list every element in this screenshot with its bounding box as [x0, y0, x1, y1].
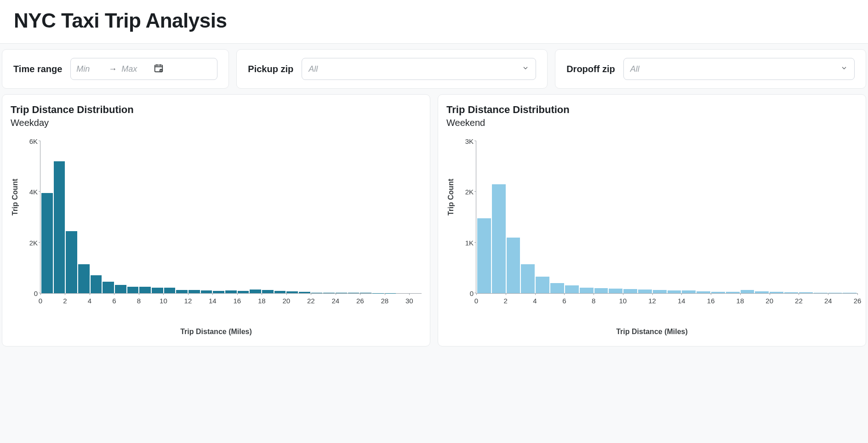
- x-axis-label: Trip Distance (Miles): [180, 328, 252, 336]
- chart-bar[interactable]: [41, 193, 53, 293]
- chart-bar[interactable]: [828, 293, 842, 293]
- chart-bar[interactable]: [201, 290, 212, 293]
- chart-bar[interactable]: [536, 277, 549, 293]
- pickup-zip-value: All: [308, 64, 318, 74]
- x-tick-label: 20: [282, 297, 290, 305]
- chart-card-weekday: Trip Distance Distribution Weekday Trip …: [2, 94, 430, 346]
- plot-inner: 01K2K3K 02468101214161820222426: [476, 141, 857, 294]
- chart-bar[interactable]: [213, 291, 224, 293]
- x-tick-label: 14: [209, 297, 217, 305]
- chart-bar[interactable]: [164, 288, 176, 293]
- chart-bar[interactable]: [250, 290, 261, 293]
- time-range-input[interactable]: →: [70, 58, 217, 80]
- chart-bar[interactable]: [653, 290, 667, 293]
- x-tick-label: 6: [562, 297, 566, 305]
- chevron-down-icon: [522, 64, 529, 74]
- x-tick-label: 10: [160, 297, 167, 305]
- x-tick-label: 20: [765, 297, 773, 305]
- time-range-label: Time range: [13, 64, 62, 74]
- y-tick-label: 1K: [453, 239, 474, 246]
- chart-bar[interactable]: [492, 184, 506, 293]
- chart-bar[interactable]: [507, 238, 520, 293]
- charts-row: Trip Distance Distribution Weekday Trip …: [0, 94, 868, 354]
- chart-bar[interactable]: [78, 264, 90, 293]
- filter-time-range: Time range →: [2, 49, 229, 89]
- chart-bar[interactable]: [477, 218, 491, 293]
- chart-bar[interactable]: [262, 290, 274, 293]
- chart-bar[interactable]: [238, 291, 249, 293]
- chart-bar[interactable]: [115, 285, 126, 293]
- chart-bar[interactable]: [565, 285, 579, 293]
- x-tick-label: 4: [88, 297, 91, 305]
- chart-bar[interactable]: [225, 290, 237, 293]
- x-tick-label: 30: [405, 297, 413, 305]
- chart-bar[interactable]: [668, 290, 681, 293]
- chart-bar[interactable]: [711, 292, 725, 293]
- chart-title: Trip Distance Distribution: [11, 104, 422, 116]
- chart-bar[interactable]: [609, 289, 622, 293]
- pickup-zip-select[interactable]: All: [302, 58, 536, 80]
- x-tick-label: 26: [854, 297, 862, 305]
- chart-bar[interactable]: [521, 264, 535, 293]
- chart-subtitle: Weekday: [11, 118, 422, 128]
- chart-bar[interactable]: [336, 293, 347, 293]
- x-tick-label: 12: [184, 297, 192, 305]
- x-tick-label: 0: [39, 297, 42, 305]
- x-tick-label: 2: [504, 297, 508, 305]
- chart-bar[interactable]: [550, 283, 564, 293]
- y-tick-label: 3K: [453, 137, 474, 145]
- x-tick-label: 28: [381, 297, 388, 305]
- chart-bar[interactable]: [784, 292, 798, 293]
- filter-pickup-zip: Pickup zip All: [236, 49, 548, 89]
- chart-bar[interactable]: [286, 291, 298, 293]
- chart-bar[interactable]: [66, 231, 77, 293]
- chart-bar[interactable]: [91, 275, 102, 293]
- x-tick-label: 4: [533, 297, 537, 305]
- arrow-right-icon: →: [108, 64, 117, 74]
- y-tick-label: 4K: [17, 188, 38, 196]
- chart-bar[interactable]: [299, 292, 310, 293]
- chart-title: Trip Distance Distribution: [446, 104, 857, 116]
- time-range-min-input[interactable]: [76, 64, 104, 74]
- x-tick-label: 14: [678, 297, 685, 305]
- dropoff-zip-value: All: [630, 64, 640, 74]
- chart-bar[interactable]: [726, 292, 740, 293]
- chart-bar[interactable]: [274, 291, 286, 293]
- chart-bar[interactable]: [741, 290, 754, 293]
- chart-bar[interactable]: [323, 293, 335, 293]
- x-tick-label: 16: [234, 297, 241, 305]
- chart-bar[interactable]: [843, 293, 857, 293]
- chart-bar[interactable]: [682, 290, 696, 293]
- plot-area-weekend: Trip Count 01K2K3K 024681012141618202224…: [446, 136, 857, 334]
- y-tick-label: 0: [453, 290, 474, 297]
- x-tick-label: 22: [795, 297, 803, 305]
- chart-bar[interactable]: [54, 161, 65, 293]
- chart-bar[interactable]: [580, 288, 594, 293]
- chart-bar[interactable]: [594, 288, 608, 293]
- chart-bar[interactable]: [176, 290, 188, 293]
- chart-bar[interactable]: [799, 292, 813, 293]
- page-title-bar: NYC Taxi Trip Analysis: [0, 0, 868, 44]
- chart-bar[interactable]: [360, 293, 371, 293]
- chart-bar[interactable]: [770, 292, 783, 293]
- y-tick-label: 2K: [17, 239, 38, 246]
- y-tick-label: 0: [17, 290, 38, 297]
- chart-bar[interactable]: [127, 287, 139, 293]
- x-tick-label: 2: [63, 297, 67, 305]
- x-tick-label: 12: [648, 297, 656, 305]
- chart-bar[interactable]: [188, 290, 200, 293]
- dropoff-zip-select[interactable]: All: [623, 58, 855, 80]
- chart-bar[interactable]: [755, 291, 769, 293]
- chart-bar[interactable]: [623, 289, 637, 293]
- chart-bar[interactable]: [103, 282, 114, 293]
- chart-bar[interactable]: [139, 287, 151, 293]
- chart-bar[interactable]: [814, 293, 828, 293]
- chart-bar[interactable]: [697, 291, 710, 293]
- calendar-icon[interactable]: [154, 63, 164, 75]
- chart-bar[interactable]: [638, 290, 652, 293]
- x-tick-label: 10: [619, 297, 627, 305]
- time-range-max-input[interactable]: [121, 64, 149, 74]
- chart-bar[interactable]: [152, 288, 163, 293]
- chart-bar[interactable]: [348, 293, 360, 293]
- chart-bar[interactable]: [311, 293, 323, 293]
